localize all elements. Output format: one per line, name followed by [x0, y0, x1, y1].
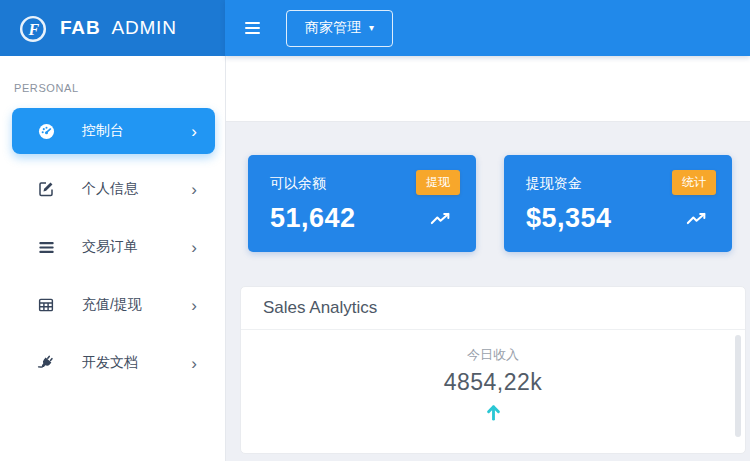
- metric-value: 4854,22k: [241, 369, 745, 396]
- sidebar-section-label: PERSONAL: [14, 82, 225, 94]
- orders-list-icon: [36, 237, 56, 257]
- brand-title-bold: FAB: [60, 17, 100, 38]
- scrollbar-thumb[interactable]: [735, 335, 741, 437]
- plug-icon: [36, 353, 56, 373]
- dashboard-icon: [36, 121, 56, 141]
- sidebar-item-orders[interactable]: 交易订单 ›: [12, 224, 215, 270]
- menu-toggle-icon[interactable]: [243, 15, 262, 41]
- stat-card-withdraw-funds: 提现资金 统计 $5,354: [504, 155, 732, 252]
- content-area: 可以余额 提现 51,642 提现资金 统计 $5,354: [226, 122, 750, 461]
- sidebar-item-label: 交易订单: [82, 238, 138, 256]
- arrow-up-icon: [241, 403, 745, 422]
- sidebar-item-profile[interactable]: 个人信息 ›: [12, 166, 215, 212]
- stat-card-title: 可以余额: [270, 175, 326, 193]
- header-toolbar: 商家管理 ▾: [225, 0, 750, 56]
- chevron-right-icon: ›: [191, 239, 197, 256]
- logo-icon: F: [16, 11, 50, 45]
- trending-up-icon: [686, 211, 708, 226]
- analytics-title: Sales Analytics: [263, 298, 377, 318]
- trending-up-icon: [430, 211, 452, 226]
- top-header: F FAB ADMIN 商家管理 ▾: [0, 0, 750, 56]
- chevron-right-icon: ›: [191, 123, 197, 140]
- brand-title-light: ADMIN: [112, 17, 177, 38]
- sidebar-item-label: 个人信息: [82, 180, 138, 198]
- edit-icon: [36, 179, 56, 199]
- merchant-menu-button[interactable]: 商家管理 ▾: [286, 10, 393, 47]
- stat-card-balance: 可以余额 提现 51,642: [248, 155, 476, 252]
- brand[interactable]: F FAB ADMIN: [0, 0, 225, 56]
- stat-card-value: $5,354: [526, 203, 612, 234]
- svg-text:F: F: [28, 21, 40, 38]
- chevron-right-icon: ›: [191, 297, 197, 314]
- sidebar-item-dev-docs[interactable]: 开发文档 ›: [12, 340, 215, 386]
- sidebar-item-label: 充值/提现: [82, 296, 142, 314]
- withdraw-badge-button[interactable]: 提现: [416, 170, 460, 195]
- stats-badge-button[interactable]: 统计: [672, 170, 716, 195]
- page-subheader: [226, 56, 750, 122]
- brand-title: FAB ADMIN: [60, 17, 177, 39]
- stat-card-value: 51,642: [270, 203, 356, 234]
- caret-down-icon: ▾: [369, 23, 374, 33]
- table-icon: [36, 295, 56, 315]
- sidebar: PERSONAL 控制台 › 个人信息 ›: [0, 56, 226, 461]
- sidebar-item-recharge-withdraw[interactable]: 充值/提现 ›: [12, 282, 215, 328]
- chevron-right-icon: ›: [191, 181, 197, 198]
- merchant-menu-label: 商家管理: [305, 19, 361, 37]
- sidebar-item-label: 开发文档: [82, 354, 138, 372]
- metric-label: 今日收入: [241, 346, 745, 364]
- sidebar-item-label: 控制台: [82, 122, 124, 140]
- sidebar-item-dashboard[interactable]: 控制台 ›: [12, 108, 215, 154]
- app: { "header": { "brand_bold": "FAB", "bran…: [0, 0, 750, 461]
- chevron-right-icon: ›: [191, 355, 197, 372]
- sales-analytics-card: Sales Analytics 今日收入 4854,22k: [240, 286, 746, 454]
- stat-cards-row: 可以余额 提现 51,642 提现资金 统计 $5,354: [248, 155, 732, 252]
- stat-card-title: 提现资金: [526, 175, 582, 193]
